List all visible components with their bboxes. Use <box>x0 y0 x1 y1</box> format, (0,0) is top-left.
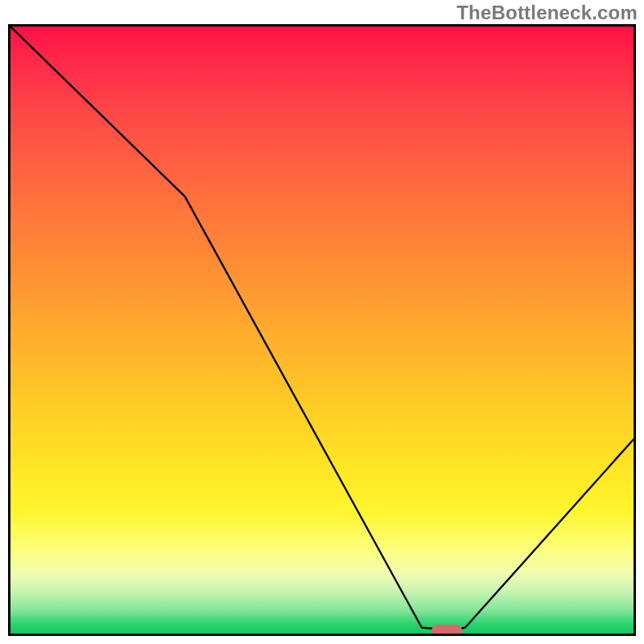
watermark-text: TheBottleneck.com <box>456 2 638 24</box>
bottleneck-curve <box>10 27 634 634</box>
plot-area <box>8 24 636 636</box>
chart-container: TheBottleneck.com <box>0 0 644 644</box>
optimal-point-marker <box>431 625 462 636</box>
